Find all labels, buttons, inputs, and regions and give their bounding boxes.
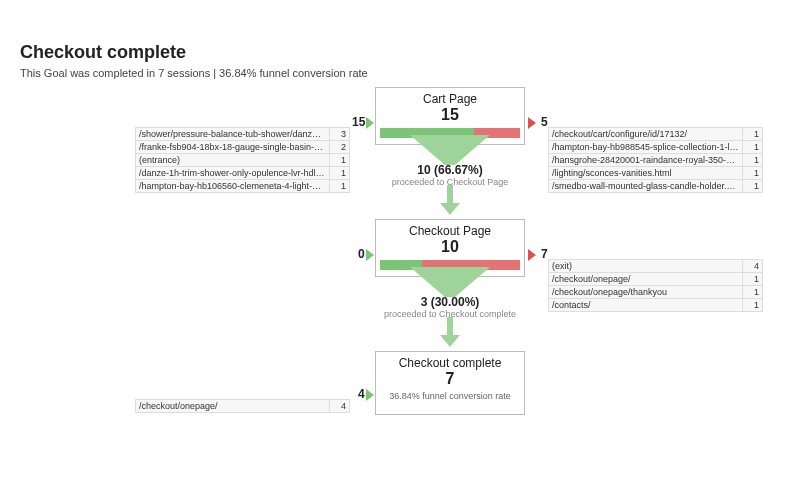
step1-proceed: 10 (66.67%) proceeded to Checkout Page: [375, 163, 525, 187]
step-title: Cart Page: [380, 92, 520, 106]
step2-out-table: (exit)4 /checkout/onepage/1 /checkout/on…: [548, 259, 763, 312]
arrow-in-icon: [366, 389, 374, 401]
step3-in-count: 4: [358, 387, 365, 401]
svg-marker-2: [440, 203, 460, 215]
arrow-out-icon: [528, 249, 536, 261]
step-footnote: 36.84% funnel conversion rate: [380, 391, 520, 402]
step-count: 15: [380, 106, 520, 124]
arrow-out-icon: [528, 117, 536, 129]
step-count: 7: [380, 370, 520, 388]
svg-marker-3: [410, 267, 490, 297]
svg-marker-5: [440, 335, 460, 347]
step3-in-table: /checkout/onepage/4: [135, 399, 350, 413]
step2-out-count: 7: [541, 247, 548, 261]
step-count: 10: [380, 238, 520, 256]
arrow-in-icon: [366, 249, 374, 261]
step2-in-count: 0: [358, 247, 365, 261]
funnel-diagram: Cart Page 15 15 5 10 (66.67%) proceeded …: [20, 87, 780, 500]
page-title: Checkout complete: [20, 42, 780, 63]
step1-out-table: /checkout/cart/configure/id/17132/1 /ham…: [548, 127, 763, 193]
step-title: Checkout Page: [380, 224, 520, 238]
svg-marker-0: [410, 135, 490, 165]
step1-in-count: 15: [352, 115, 365, 129]
step1-in-table: /shower/pressure-balance-tub-shower/danz…: [135, 127, 350, 193]
arrow-in-icon: [366, 117, 374, 129]
step1-out-count: 5: [541, 115, 548, 129]
step-checkout-complete: Checkout complete 7 36.84% funnel conver…: [375, 351, 525, 415]
step-title: Checkout complete: [380, 356, 520, 370]
page-subtitle: This Goal was completed in 7 sessions | …: [20, 67, 780, 79]
step2-proceed: 3 (30.00%) proceeded to Checkout complet…: [375, 295, 525, 319]
